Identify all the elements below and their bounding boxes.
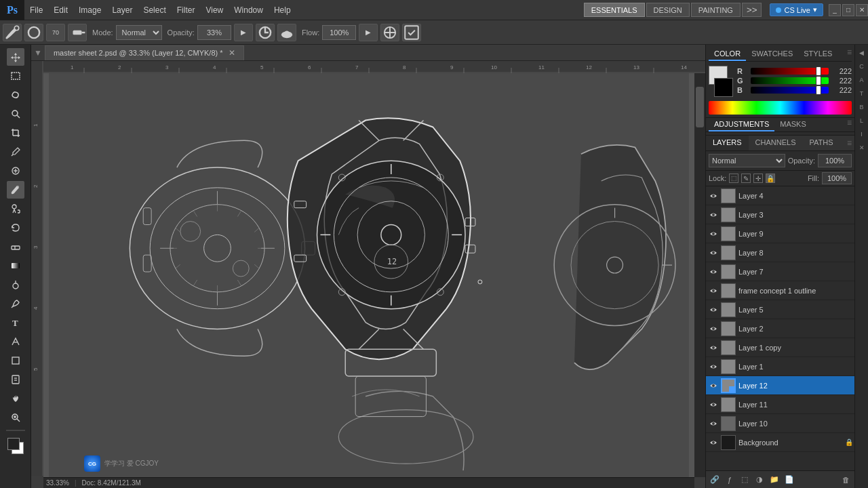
add-mask-btn[interactable]: ⬚ bbox=[738, 474, 751, 486]
layer-visibility-icon[interactable] bbox=[709, 229, 718, 239]
tool-hand[interactable] bbox=[7, 390, 24, 407]
red-thumb[interactable] bbox=[816, 66, 821, 76]
tool-quick-select[interactable] bbox=[7, 105, 24, 123]
tool-type[interactable]: T bbox=[7, 314, 24, 331]
tool-shape[interactable] bbox=[7, 352, 24, 369]
lock-all-btn[interactable]: 🔒 bbox=[766, 174, 775, 183]
menu-select[interactable]: Select bbox=[138, 0, 171, 20]
layer-item[interactable]: frame concept 1 outline bbox=[706, 281, 854, 300]
canvas-content[interactable]: 1 2 3 4 5 6 7 8 9 bbox=[31, 61, 705, 488]
layer-item[interactable]: Layer 5 bbox=[706, 300, 854, 319]
painting-tab[interactable]: PAINTING bbox=[691, 3, 741, 17]
blue-slider[interactable] bbox=[751, 87, 829, 94]
flow-stepper-icon[interactable]: ▶ bbox=[359, 24, 378, 41]
strip-btn-1[interactable]: ◀ bbox=[856, 47, 867, 58]
brush-icon[interactable] bbox=[3, 24, 22, 41]
layer-visibility-icon[interactable] bbox=[709, 362, 718, 371]
foreground-color[interactable] bbox=[7, 438, 20, 450]
enable-erodible-icon[interactable] bbox=[380, 24, 399, 41]
color-panel-menu-icon[interactable]: ≡ bbox=[847, 47, 852, 61]
minimize-button[interactable]: _ bbox=[829, 4, 841, 16]
tab-styles[interactable]: STYLES bbox=[798, 47, 837, 61]
scrollbar-thumb-vertical[interactable] bbox=[696, 87, 704, 127]
layer-visibility-icon[interactable] bbox=[709, 267, 718, 277]
tool-gradient[interactable] bbox=[7, 257, 24, 274]
tool-eraser[interactable] bbox=[7, 238, 24, 256]
layer-visibility-icon[interactable] bbox=[709, 191, 718, 201]
menu-file[interactable]: File bbox=[24, 0, 48, 20]
layer-opacity-input[interactable] bbox=[818, 154, 852, 167]
layer-item[interactable]: Background🔒 bbox=[706, 433, 854, 452]
canvas-inner[interactable]: 12 bbox=[43, 73, 694, 477]
close-button[interactable]: ✕ bbox=[856, 4, 868, 16]
tab-channels[interactable]: CHANNELS bbox=[749, 136, 803, 150]
tool-notes[interactable] bbox=[7, 371, 24, 388]
layer-item[interactable]: Layer 12 bbox=[706, 376, 854, 395]
lock-position-btn[interactable]: ✛ bbox=[753, 174, 763, 183]
add-layer-style-btn[interactable]: ƒ bbox=[724, 474, 736, 486]
layer-item[interactable]: Layer 3 bbox=[706, 205, 854, 224]
blend-mode-select[interactable]: Normal Multiply Screen bbox=[116, 25, 162, 40]
layer-visibility-icon[interactable] bbox=[709, 419, 718, 428]
layers-panel-menu-icon[interactable]: ≡ bbox=[844, 136, 854, 150]
strip-btn-brush[interactable]: B bbox=[856, 102, 867, 113]
layer-list[interactable]: Layer 4Layer 3Layer 9Layer 8Layer 7frame… bbox=[706, 186, 854, 470]
strip-btn-x[interactable]: ✕ bbox=[856, 142, 867, 153]
brush-picker-icon[interactable]: 70 bbox=[46, 24, 65, 41]
expand-workspaces-btn[interactable]: >> bbox=[742, 3, 762, 17]
panel-collapse-icon[interactable]: ▼ bbox=[34, 48, 42, 58]
tool-select-rect[interactable] bbox=[7, 67, 24, 85]
layer-item[interactable]: Layer 1 copy bbox=[706, 338, 854, 357]
blue-thumb[interactable] bbox=[816, 85, 821, 95]
menu-layer[interactable]: Layer bbox=[106, 0, 138, 20]
canvas-tab[interactable]: master sheet 2.psd @ 33.3% (Layer 12, CM… bbox=[45, 45, 244, 60]
strip-btn-color[interactable]: C bbox=[856, 61, 867, 72]
layer-item[interactable]: Layer 7 bbox=[706, 262, 854, 281]
lock-transparent-btn[interactable]: ⬚ bbox=[729, 174, 738, 183]
menu-view[interactable]: View bbox=[200, 0, 229, 20]
new-adjustment-layer-btn[interactable]: ◑ bbox=[753, 474, 766, 486]
tool-history-brush[interactable] bbox=[7, 219, 24, 237]
strip-btn-info[interactable]: I bbox=[856, 129, 867, 140]
strip-btn-layers[interactable]: L bbox=[856, 115, 867, 126]
layer-item[interactable]: Layer 4 bbox=[706, 186, 854, 205]
fill-opacity-input[interactable] bbox=[822, 172, 852, 184]
layer-visibility-icon[interactable] bbox=[709, 210, 718, 220]
tab-adjustments[interactable]: ADJUSTMENTS bbox=[709, 118, 774, 131]
strip-btn-adj[interactable]: A bbox=[856, 75, 867, 85]
tool-eyedropper[interactable] bbox=[7, 143, 24, 161]
layer-item[interactable]: Layer 8 bbox=[706, 243, 854, 262]
toggle-brush-preview-icon[interactable] bbox=[402, 24, 421, 41]
tool-lasso[interactable] bbox=[7, 86, 24, 104]
layer-visibility-icon[interactable] bbox=[709, 381, 718, 390]
menu-filter[interactable]: Filter bbox=[172, 0, 201, 20]
layer-item[interactable]: Layer 10 bbox=[706, 414, 854, 433]
restore-button[interactable]: □ bbox=[842, 4, 854, 16]
toggle-airbrush-icon[interactable] bbox=[68, 24, 87, 41]
flow-input[interactable] bbox=[322, 25, 356, 40]
layer-visibility-icon[interactable] bbox=[709, 400, 718, 409]
always-use-pressure-icon[interactable] bbox=[256, 24, 275, 41]
delete-layer-btn[interactable]: 🗑 bbox=[840, 474, 852, 486]
layer-item[interactable]: Layer 1 bbox=[706, 357, 854, 376]
tool-brush[interactable] bbox=[7, 181, 24, 199]
layer-visibility-icon[interactable] bbox=[709, 286, 718, 296]
close-tab-button[interactable]: ✕ bbox=[229, 48, 235, 58]
opacity-stepper-icon[interactable]: ▶ bbox=[234, 24, 253, 41]
green-thumb[interactable] bbox=[816, 76, 821, 85]
tool-dodge[interactable] bbox=[7, 276, 24, 293]
essentials-tab[interactable]: ESSENTIALS bbox=[584, 3, 645, 17]
menu-edit[interactable]: Edit bbox=[48, 0, 73, 20]
menu-image[interactable]: Image bbox=[73, 0, 106, 20]
tool-clone-stamp[interactable] bbox=[7, 200, 24, 218]
green-slider[interactable] bbox=[751, 77, 829, 84]
layer-item[interactable]: Layer 9 bbox=[706, 224, 854, 243]
tab-paths[interactable]: PATHS bbox=[803, 136, 840, 150]
design-tab[interactable]: DESIGN bbox=[646, 3, 690, 17]
color-swatches[interactable] bbox=[6, 436, 25, 455]
new-group-btn[interactable]: 📁 bbox=[768, 474, 781, 486]
tool-zoom[interactable] bbox=[7, 409, 24, 426]
layer-visibility-icon[interactable] bbox=[709, 324, 718, 333]
layer-visibility-icon[interactable] bbox=[709, 305, 718, 314]
layer-mode-select[interactable]: Normal Multiply Screen Overlay bbox=[709, 154, 785, 167]
